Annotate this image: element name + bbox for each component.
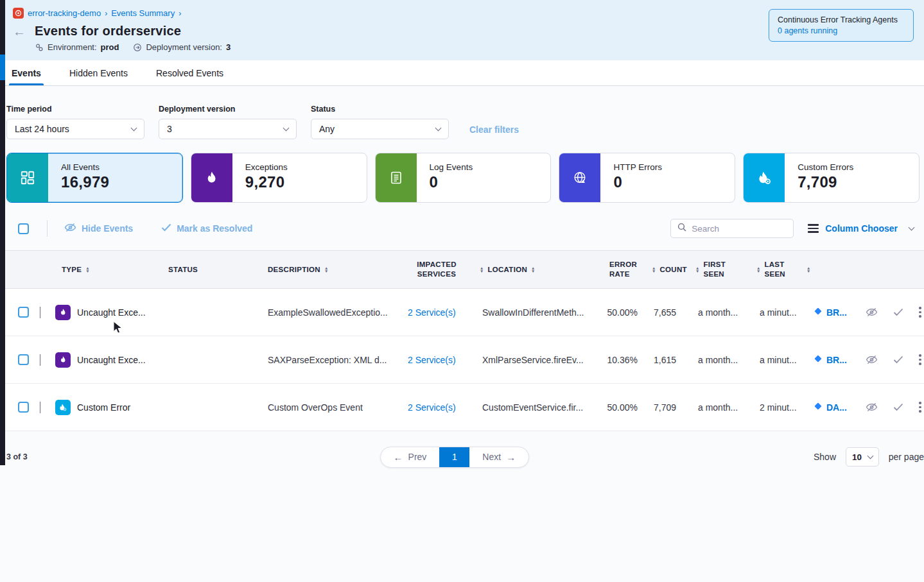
row-checkbox[interactable] — [18, 354, 29, 365]
col-header-ticket[interactable] — [799, 266, 844, 273]
event-location: CustomEventService.fir... — [472, 402, 594, 413]
ticket-link[interactable]: BR... — [799, 307, 844, 318]
chevron-right-icon[interactable] — [40, 354, 40, 366]
deployment-meta: Deployment version: 3 — [133, 42, 231, 52]
col-header-type[interactable]: TYPE — [54, 265, 161, 275]
clear-filters-button[interactable]: Clear filters — [469, 124, 519, 135]
deployment-label: Deployment version: — [146, 42, 222, 52]
sort-icon[interactable] — [806, 266, 810, 273]
chevron-right-icon[interactable] — [40, 307, 40, 318]
first-seen: a month... — [683, 355, 744, 365]
column-chooser-button[interactable]: Column Chooser — [808, 223, 914, 234]
page-size-select[interactable]: 10 — [846, 447, 879, 466]
deployment-version-icon — [133, 43, 142, 52]
page-summary: 3 of 3 — [6, 452, 28, 461]
event-count: 7,655 — [639, 307, 683, 318]
sort-icon[interactable] — [85, 266, 89, 273]
mark-resolved-button[interactable]: Mark as Resolved — [161, 223, 252, 234]
status-select[interactable]: Any — [311, 119, 449, 139]
search-box — [670, 219, 794, 238]
sort-icon[interactable] — [531, 266, 535, 273]
toolbar-divider — [47, 220, 48, 237]
time-period-label: Time period — [6, 105, 144, 114]
sort-icon[interactable] — [652, 266, 656, 273]
chevron-down-icon — [867, 453, 873, 459]
environment-value: prod — [101, 42, 119, 52]
page-1-button[interactable]: 1 — [439, 447, 469, 467]
tab-bar: Events Hidden Events Resolved Events — [0, 60, 924, 86]
last-seen: a minut... — [744, 307, 799, 318]
time-period-select[interactable]: Last 24 hours — [6, 119, 144, 139]
table-toolbar: Hide Events Mark as Resolved Column Choo… — [0, 203, 924, 239]
flame-gear-icon — [55, 400, 71, 415]
environment-meta: Environment: prod — [35, 42, 119, 52]
resolve-event-icon[interactable] — [893, 355, 903, 364]
filters-row: Time period Last 24 hours Deployment ver… — [0, 86, 924, 139]
column-chooser-label: Column Chooser — [825, 223, 898, 234]
card-log-events[interactable]: Log Events 0 — [375, 153, 552, 203]
resolve-event-icon[interactable] — [893, 403, 903, 411]
prev-page-button[interactable]: Prev — [381, 447, 440, 467]
event-count: 7,709 — [639, 402, 683, 413]
last-seen: 2 minut... — [744, 402, 799, 413]
page-header: error-tracking-demo › Events Summary › ←… — [0, 0, 924, 60]
next-page-button[interactable]: Next — [469, 447, 528, 467]
tab-events[interactable]: Events — [12, 60, 41, 85]
log-icon — [376, 153, 417, 202]
agents-status-box[interactable]: Continuous Error Tracking Agents 0 agent… — [769, 9, 914, 42]
agents-running-link[interactable]: 0 agents running — [778, 26, 905, 35]
sort-icon[interactable] — [756, 266, 760, 273]
time-period-value: Last 24 hours — [15, 124, 69, 134]
table-row[interactable]: Uncaught Exce... SAXParseException: XML … — [0, 336, 924, 384]
card-custom-errors[interactable]: Custom Errors 7,709 — [743, 153, 920, 203]
search-input[interactable] — [692, 224, 787, 234]
impacted-services-link[interactable]: 2 Service(s) — [401, 307, 472, 318]
hamburger-icon — [808, 224, 819, 233]
event-type: Uncaught Exce... — [77, 355, 146, 365]
card-all-events[interactable]: All Events 16,979 — [6, 153, 183, 203]
error-rate: 50.00% — [594, 402, 639, 413]
hide-event-icon[interactable] — [866, 355, 878, 364]
row-menu-icon[interactable] — [919, 307, 921, 318]
ticket-link[interactable]: DA... — [799, 402, 844, 413]
sort-icon[interactable] — [480, 266, 484, 273]
tab-hidden-events[interactable]: Hidden Events — [69, 60, 128, 85]
table-header-row: TYPE STATUS DESCRIPTION IMPACTED SERVICE… — [0, 250, 924, 289]
hide-event-icon[interactable] — [866, 402, 878, 412]
flame-icon — [191, 153, 232, 202]
impacted-services-link[interactable]: 2 Service(s) — [401, 402, 472, 413]
sort-icon[interactable] — [324, 266, 328, 273]
mark-resolved-label: Mark as Resolved — [177, 223, 252, 234]
pagination-row: 3 of 3 Prev 1 Next Show 10 per page — [0, 431, 924, 468]
ticket-link[interactable]: BR... — [799, 354, 844, 365]
card-exceptions[interactable]: Exceptions 9,270 — [191, 153, 367, 203]
breadcrumb-project-link[interactable]: error-tracking-demo — [28, 8, 101, 18]
col-header-last-seen[interactable]: LAST SEEN — [744, 260, 799, 279]
table-row[interactable]: Uncaught Exce... ExampleSwallowedExcepti… — [0, 289, 924, 336]
hide-event-icon[interactable] — [866, 307, 878, 317]
col-header-description[interactable]: DESCRIPTION — [260, 265, 401, 275]
impacted-services-link[interactable]: 2 Service(s) — [401, 355, 472, 365]
row-menu-icon[interactable] — [919, 354, 921, 365]
col-header-first-seen[interactable]: FIRST SEEN — [683, 260, 744, 279]
hide-events-button[interactable]: Hide Events — [64, 223, 133, 234]
deployment-version-select[interactable]: 3 — [159, 119, 297, 139]
table-row[interactable]: Custom Error Custom OverOps Event 2 Serv… — [0, 384, 924, 431]
chevron-right-icon[interactable] — [40, 402, 40, 413]
event-description: ExampleSwallowedExceptio... — [260, 307, 401, 318]
resolve-event-icon[interactable] — [893, 308, 903, 316]
breadcrumb-events-summary-link[interactable]: Events Summary — [111, 8, 175, 18]
col-header-location[interactable]: LOCATION — [472, 265, 594, 275]
col-header-count[interactable]: COUNT — [639, 265, 683, 275]
col-header-impacted-services: IMPACTED SERVICES — [401, 260, 472, 279]
back-arrow-icon[interactable]: ← — [13, 25, 27, 38]
sort-icon[interactable] — [695, 266, 699, 273]
tab-resolved-events[interactable]: Resolved Events — [156, 60, 223, 85]
card-label: HTTP Errors — [613, 162, 662, 172]
row-checkbox[interactable] — [18, 402, 29, 413]
card-http-errors[interactable]: HTTP Errors 0 — [559, 153, 735, 203]
row-menu-icon[interactable] — [919, 402, 921, 413]
select-all-checkbox[interactable] — [18, 223, 29, 234]
row-checkbox[interactable] — [18, 307, 29, 318]
event-location: XmlParseService.fireEv... — [472, 355, 594, 365]
